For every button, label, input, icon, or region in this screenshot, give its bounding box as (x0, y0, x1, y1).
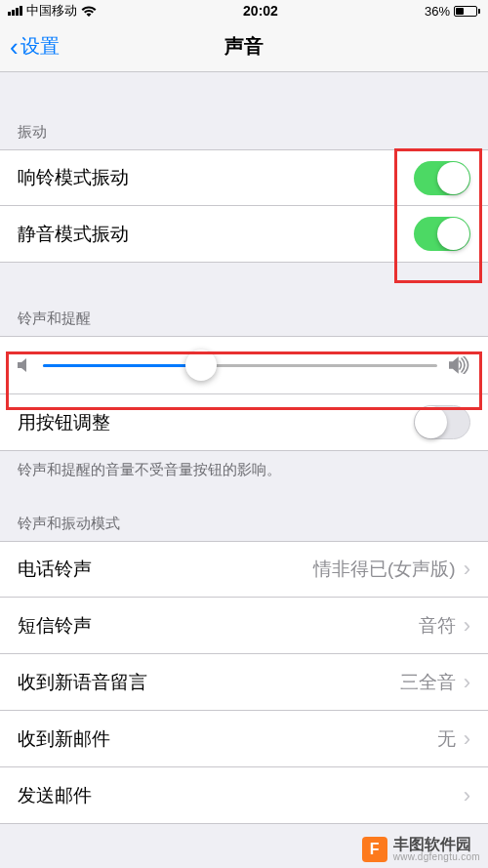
back-label: 设置 (20, 33, 60, 60)
wifi-icon (81, 6, 97, 17)
watermark-logo: F (362, 837, 387, 862)
back-button[interactable]: ‹ 设置 (10, 33, 60, 60)
row-vibrate-on-silent[interactable]: 静音模式振动 (0, 206, 488, 263)
chevron-right-icon: › (464, 557, 470, 582)
slider-thumb[interactable] (185, 350, 217, 381)
watermark: F 丰图软件园 www.dgfengtu.com (362, 837, 480, 862)
row-label: 短信铃声 (18, 613, 92, 639)
row-label: 静音模式振动 (18, 222, 129, 247)
page-title: 声音 (224, 33, 264, 60)
row-label: 电话铃声 (18, 557, 92, 582)
row-label: 收到新邮件 (18, 726, 110, 752)
volume-slider-row[interactable] (0, 336, 488, 394)
nav-bar: ‹ 设置 声音 (0, 21, 488, 72)
section-footer-ringtone: 铃声和提醒的音量不受音量按钮的影响。 (0, 451, 488, 479)
row-label: 响铃模式振动 (18, 165, 129, 190)
row-sent-mail[interactable]: 发送邮件 › (0, 767, 488, 824)
signal-icon (8, 6, 22, 16)
chevron-right-icon: › (464, 726, 470, 752)
toggle-vibrate-on-ring[interactable] (414, 161, 470, 195)
chevron-right-icon: › (464, 670, 470, 695)
row-value: 无 (437, 726, 456, 752)
volume-high-icon (449, 356, 470, 374)
row-change-with-buttons[interactable]: 用按钮调整 (0, 394, 488, 451)
volume-low-icon (18, 357, 31, 373)
battery-icon (454, 6, 480, 17)
carrier-label: 中国移动 (26, 2, 77, 20)
section-header-vibration: 振动 (0, 105, 488, 149)
row-label: 收到新语音留言 (18, 670, 147, 695)
row-ringtone[interactable]: 电话铃声 情非得已(女声版) › (0, 541, 488, 598)
row-value: 三全音 (400, 670, 456, 695)
watermark-title: 丰图软件园 (393, 837, 480, 852)
volume-slider[interactable] (43, 364, 437, 367)
status-right: 36% (425, 4, 480, 19)
row-text-tone[interactable]: 短信铃声 音符 › (0, 598, 488, 654)
row-value: 音符 (419, 613, 456, 639)
chevron-right-icon: › (464, 613, 470, 639)
chevron-left-icon: ‹ (10, 34, 19, 60)
toggle-change-with-buttons[interactable] (414, 405, 470, 439)
row-voicemail[interactable]: 收到新语音留言 三全音 › (0, 654, 488, 711)
watermark-url: www.dgfengtu.com (393, 852, 480, 862)
section-header-ringtone: 铃声和提醒 (0, 292, 488, 336)
status-bar: 中国移动 20:02 36% (0, 0, 488, 21)
row-new-mail[interactable]: 收到新邮件 无 › (0, 711, 488, 767)
section-header-patterns: 铃声和振动模式 (0, 497, 488, 541)
battery-percent: 36% (425, 4, 450, 19)
status-time: 20:02 (243, 3, 278, 19)
row-value: 情非得已(女声版) (313, 557, 456, 582)
chevron-right-icon: › (464, 783, 470, 808)
row-label: 发送邮件 (18, 783, 92, 808)
status-left: 中国移动 (8, 2, 97, 20)
row-label: 用按钮调整 (18, 410, 110, 435)
toggle-vibrate-on-silent[interactable] (414, 217, 470, 251)
row-vibrate-on-ring[interactable]: 响铃模式振动 (0, 149, 488, 206)
